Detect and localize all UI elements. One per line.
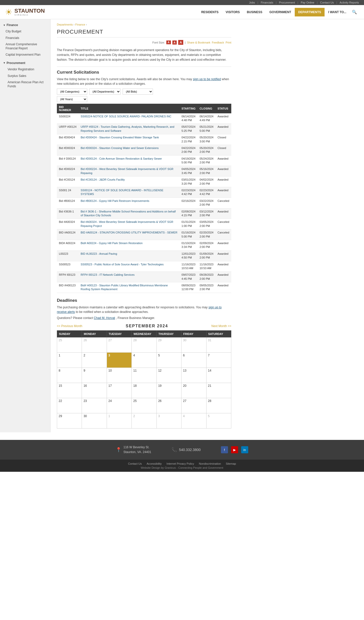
bid-title-cell[interactable]: SS00224-NOTICE OF SOLE SOURCE AWARD- PAL…	[79, 113, 179, 124]
bid-closing-cell: 03/12/20242:00 PM	[197, 208, 215, 219]
footer-sitemap[interactable]: Sitemap	[226, 462, 236, 465]
sidebar-item-financials[interactable]: Financials	[0, 35, 50, 41]
bid-title-cell[interactable]: BID #A00124 - STAUNTON CROSSING UTILITY …	[79, 229, 179, 240]
topbar-pay-online[interactable]: Pay Online	[301, 1, 314, 4]
topbar-jobs[interactable]: Jobs	[249, 1, 255, 4]
print-link[interactable]: Print	[225, 41, 231, 44]
sidebar-item-arpa[interactable]: American Rescue Plan Act Funds	[0, 79, 50, 90]
departments-filter[interactable]: (All Departments)	[89, 89, 121, 95]
bid-starting-cell: 12/01/20234:50 PM	[179, 250, 197, 261]
sidebar-item-vendor-registration[interactable]: Vendor Registration	[0, 66, 50, 73]
bid-status-cell: Awarded	[216, 282, 232, 293]
contact-name-link[interactable]: Chad M. Horvat	[94, 316, 115, 320]
nav-departments[interactable]: DEPARTMENTS	[295, 8, 325, 16]
nav-residents[interactable]: RESIDENTS	[198, 8, 222, 16]
facebook-icon[interactable]: f	[221, 446, 228, 453]
share-bookmark-link[interactable]: Share & Bookmark	[187, 41, 210, 44]
nav-i-want-to[interactable]: I WANT TO...	[325, 8, 350, 16]
table-row: URFP #00124 URFP #00124 - Tourism Data G…	[57, 124, 231, 134]
bid-title-cell[interactable]: SS00124 - NOTICE OF SOLE SOURCE AWARD - …	[79, 187, 179, 198]
nav-government[interactable]: GOVERNMENT	[266, 8, 295, 16]
breadcrumb-departments[interactable]: Departments	[57, 23, 73, 26]
calendar-day-cell: 18	[132, 383, 156, 398]
font-small-button[interactable]: A	[166, 40, 171, 44]
calendar-day-cell: 13	[181, 368, 206, 383]
topbar-financials[interactable]: Financials	[261, 1, 273, 4]
topbar-activity-reports[interactable]: Activity Reports	[340, 1, 359, 4]
sidebar-item-surplus-sales[interactable]: Surplus Sales	[0, 73, 50, 79]
bid-title-cell[interactable]: URFP #00124 - Tourism Data Gathering, An…	[79, 124, 179, 134]
bid-title-cell[interactable]: Bid# H00123 - Staunton Public Library Mo…	[79, 282, 179, 293]
calendar-container: << Previous Month SEPTEMBER 2024 Next Mo…	[57, 324, 231, 429]
sidebar-procurement-section[interactable]: ▼ Procurement	[0, 60, 50, 66]
bid-title-cell[interactable]: Bid #D00124 - Cole Avenue Stream Restora…	[79, 155, 179, 166]
calendar-day-cell: 30	[82, 413, 107, 428]
calendar-day-cell: 24	[107, 398, 131, 413]
topbar-procurement[interactable]: Procurement	[279, 1, 295, 4]
linkedin-icon[interactable]: in	[241, 446, 248, 453]
bid-number-cell: BID #H00123	[57, 282, 79, 293]
topbar-contact-us[interactable]: Contact Us	[320, 1, 334, 4]
solicitations-heading: Current Solicitations	[57, 70, 231, 75]
calendar-day-cell: 3	[156, 413, 181, 428]
bid-status-cell: Awarded	[216, 177, 232, 187]
bid-starting-cell: 03/01/20243:20 PM	[179, 177, 197, 187]
bids-filter[interactable]: (All Bids)	[123, 89, 153, 95]
sidebar-item-annual-report[interactable]: Annual Comprehensive Financial Report	[0, 41, 50, 52]
logo-area[interactable]: ☀ STAUNTON VIRGINIA	[5, 7, 45, 17]
footer-phone[interactable]: 📞 540.332.3800	[171, 447, 201, 453]
bid-title-cell[interactable]: Bid #A00324 - West Beverley Street Sidew…	[79, 219, 179, 229]
bid-title-cell[interactable]: BID #L00223 - Annual Paving	[79, 250, 179, 261]
bid-title-cell[interactable]: RFP# I00123 - IT Network Cabling Service…	[79, 272, 179, 282]
bid-title-cell[interactable]: Bid #D00224 - West Beverley Street Sidew…	[79, 166, 179, 177]
signup-notify-link[interactable]: sign up to be notified	[193, 77, 221, 81]
youtube-icon[interactable]: ▶	[231, 446, 238, 453]
years-filter[interactable]: (All Years)	[57, 96, 87, 102]
calendar-day-cell: 26	[156, 398, 181, 413]
deadlines-text: The purchasing division maintains a cale…	[57, 305, 231, 314]
footer-accessibility[interactable]: Accessibility	[147, 462, 162, 465]
bid-title-cell[interactable]: Bid #B00124 - Gypsy Hill Park Restroom I…	[79, 198, 179, 208]
bid-starting-cell: 02/08/20244:15 PM	[179, 208, 197, 219]
prev-month-link[interactable]: << Previous Month	[57, 324, 82, 328]
search-icon[interactable]: 🔍	[350, 7, 359, 17]
calendar-day-cell: 2	[82, 352, 107, 368]
table-row: Bid #D00224 Bid #D00224 - West Beverley …	[57, 166, 231, 177]
categories-filter[interactable]: (All Categories)	[57, 89, 87, 95]
calendar-day-cell: 20	[181, 383, 206, 398]
bid-starting-cell: 04/05/20243:45 PM	[179, 166, 197, 177]
footer-contact[interactable]: Contact Us	[128, 462, 142, 465]
feedback-link[interactable]: Feedback	[212, 41, 224, 44]
bid-number-cell: Bid #D00224	[57, 166, 79, 177]
bid-closing-cell: 01/09/20242:00 PM	[197, 250, 215, 261]
bid-title-cell[interactable]: Bid #D00424 - Staunton Crossing Elevated…	[79, 134, 179, 145]
footer-nondiscrimination[interactable]: Nondiscrimination	[199, 462, 221, 465]
sidebar-item-city-budget[interactable]: City Budget	[0, 28, 50, 35]
bid-title-cell[interactable]: SS00523 - Public Notice of Sole Source A…	[79, 261, 179, 272]
calendar-day-cell: 29	[57, 413, 82, 428]
calendar-day-cell: 3	[107, 352, 131, 368]
breadcrumb-finance[interactable]: Finance	[75, 23, 85, 26]
nav-visitors[interactable]: VISITORS	[222, 8, 243, 16]
contact-text: Questions? Please contact Chad M. Horvat…	[57, 316, 231, 320]
col-starting: STARTING	[179, 104, 197, 113]
nav-business[interactable]: BUSINESS	[243, 8, 266, 16]
sidebar-finance-section[interactable]: ▼ Finance	[0, 22, 50, 28]
bid-title-cell[interactable]: Bid # 3636-1 - Shelburne Middle School R…	[79, 208, 179, 219]
next-month-link[interactable]: Next Month >>	[211, 324, 231, 328]
footer-privacy[interactable]: Internet Privacy Policy	[167, 462, 194, 465]
bid-number-cell: Bid #D00324	[57, 145, 79, 155]
bid-starting-cell: 04/22/20242:15 PM	[179, 134, 197, 145]
font-medium-button[interactable]: A	[172, 40, 177, 45]
font-large-button[interactable]: A	[178, 40, 183, 45]
calendar-week-row: 293012345	[57, 413, 231, 428]
bid-title-cell[interactable]: Bid #D00324 - Staunton Crossing Water an…	[79, 145, 179, 155]
bid-table: BID NUMBER TITLE STARTING CLOSING STATUS…	[57, 104, 231, 293]
calendar-day-cell: 16	[82, 383, 107, 398]
bid-status-cell: Awarded	[216, 166, 232, 177]
bid-title-cell[interactable]: Bid #C00124 - J&DR Courts Facility	[79, 177, 179, 187]
sidebar-item-capital-improvement[interactable]: Capital Improvement Plan	[0, 52, 50, 58]
calendar-table: SUNDAYMONDAYTUESDAYWEDNESDAYTHURSDAYFRID…	[57, 330, 231, 429]
bid-status-cell: Awarded	[216, 272, 232, 282]
bid-title-cell[interactable]: Bid# A00224 - Gypsy Hill Park Stream Res…	[79, 240, 179, 250]
